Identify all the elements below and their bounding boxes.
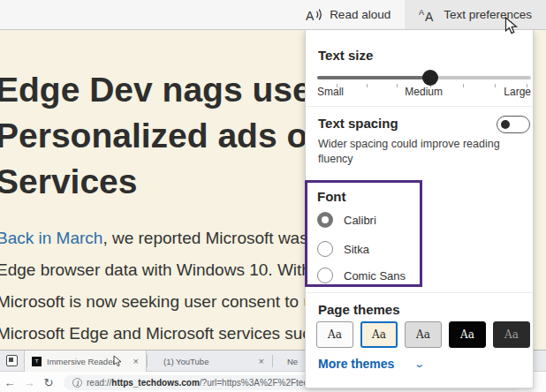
refresh-icon: ↻ bbox=[39, 376, 58, 389]
text-preferences-icon: A A bbox=[419, 7, 436, 23]
theme-black-button[interactable]: Aa bbox=[449, 321, 486, 348]
tab-youtube: (1) YouTube × bbox=[148, 351, 271, 372]
cursor-icon bbox=[504, 17, 519, 35]
read-aloud-label: Read aloud bbox=[330, 8, 391, 21]
back-icon: ← bbox=[0, 376, 19, 389]
tab-immersive-reader: T Immersive Reader × bbox=[24, 351, 147, 372]
slider-fill bbox=[317, 76, 430, 79]
font-option-label: Calibri bbox=[344, 214, 376, 227]
more-themes-label: More themes bbox=[318, 357, 394, 371]
font-section-highlight-box: Font Calibri Sitka Comic Sans bbox=[305, 180, 422, 287]
svg-text:A: A bbox=[425, 10, 434, 23]
radio-unselected-icon[interactable] bbox=[317, 268, 333, 283]
close-icon: × bbox=[126, 356, 146, 366]
text-size-slider[interactable] bbox=[317, 76, 531, 79]
article-link[interactable]: Back in March bbox=[0, 229, 102, 247]
cursor-icon bbox=[113, 355, 123, 367]
read-aloud-icon: A bbox=[305, 7, 322, 23]
font-label: Font bbox=[317, 189, 345, 204]
slider-labels: Small Medium Large bbox=[317, 86, 531, 98]
radio-unselected-icon[interactable] bbox=[317, 241, 333, 257]
theme-gray-button[interactable]: Aa bbox=[405, 321, 442, 348]
forward-icon: → bbox=[19, 376, 39, 389]
site-favicon: T bbox=[32, 357, 42, 366]
slider-thumb-icon[interactable] bbox=[422, 70, 438, 86]
text-size-label: Text size bbox=[318, 48, 373, 63]
slider-current-label: Medium bbox=[405, 86, 443, 98]
toggle-knob-icon bbox=[501, 120, 510, 129]
chevron-down-icon: ⌄ bbox=[414, 358, 426, 370]
reader-toolbar: A Read aloud A A Text preferences bbox=[0, 0, 546, 30]
theme-dark-gray-button[interactable]: Aa bbox=[493, 321, 530, 348]
tab-overview-icon bbox=[6, 355, 18, 366]
info-icon: i bbox=[72, 378, 82, 388]
text-preferences-label: Text preferences bbox=[444, 8, 532, 21]
theme-white-button[interactable]: Aa bbox=[316, 321, 353, 348]
section-divider bbox=[306, 292, 533, 293]
font-option-comic-sans[interactable]: Comic Sans bbox=[317, 268, 406, 283]
font-option-sitka[interactable]: Sitka bbox=[317, 241, 369, 257]
close-icon: × bbox=[252, 356, 271, 366]
page-themes-row: Aa Aa Aa Aa Aa bbox=[316, 321, 530, 348]
text-preferences-button[interactable]: A A Text preferences bbox=[405, 0, 546, 29]
text-spacing-label: Text spacing bbox=[318, 116, 398, 131]
slider-max-label: Large bbox=[504, 86, 531, 98]
text-spacing-description: Wider spacing could improve reading flue… bbox=[318, 137, 523, 167]
font-option-label: Sitka bbox=[344, 243, 369, 256]
svg-text:A: A bbox=[306, 9, 315, 23]
text-spacing-toggle[interactable] bbox=[497, 116, 530, 133]
slider-min-label: Small bbox=[317, 86, 344, 98]
section-divider bbox=[306, 106, 533, 107]
text-preferences-panel: Text size Small Medium Large Text spacin… bbox=[305, 30, 534, 388]
font-option-label: Comic Sans bbox=[344, 269, 406, 283]
tab-label: Ne bbox=[287, 357, 298, 366]
tab-label: Immersive Reader bbox=[47, 357, 116, 366]
svg-text:A: A bbox=[419, 8, 424, 17]
theme-sepia-button-selected[interactable]: Aa bbox=[360, 321, 398, 348]
more-themes-link[interactable]: More themes ⌄ bbox=[318, 357, 424, 371]
screen: Edge Dev nags user Personalized ads on S… bbox=[0, 0, 546, 392]
page-themes-label: Page themes bbox=[318, 302, 400, 317]
radio-selected-icon[interactable] bbox=[317, 212, 333, 228]
tab-label: (1) YouTube bbox=[163, 357, 209, 366]
read-aloud-button[interactable]: A Read aloud bbox=[291, 0, 405, 29]
font-option-calibri[interactable]: Calibri bbox=[317, 212, 376, 228]
